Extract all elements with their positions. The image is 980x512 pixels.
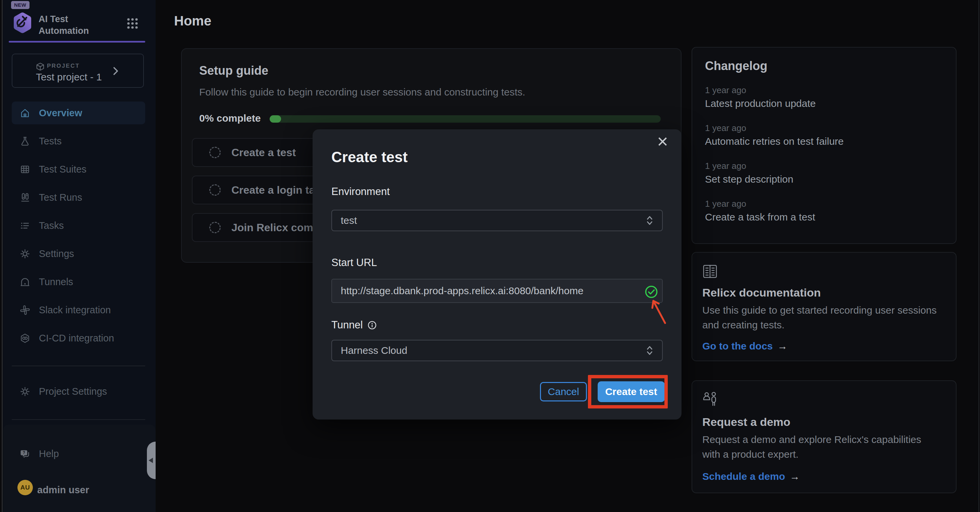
changelog-entry: Create a task from a test bbox=[705, 211, 815, 223]
sidebar-item-label: CI-CD integration bbox=[39, 333, 114, 344]
sidebar-item-test-runs[interactable]: Test Runs bbox=[12, 186, 145, 209]
project-cube-icon bbox=[36, 62, 45, 71]
sidebar-item-help[interactable]: ? Help bbox=[12, 442, 145, 465]
incomplete-step-icon bbox=[209, 184, 221, 196]
gear-icon bbox=[20, 249, 30, 259]
documentation-title: Relicx documentation bbox=[702, 286, 821, 299]
page-title: Home bbox=[174, 13, 211, 29]
project-selector[interactable]: PROJECT Test project - 1 bbox=[12, 54, 144, 88]
cancel-button[interactable]: Cancel bbox=[540, 382, 587, 401]
sidebar-item-label: Project Settings bbox=[39, 386, 107, 397]
sidebar-item-label: Settings bbox=[39, 248, 74, 259]
sidebar-item-slack-integration[interactable]: Slack integration bbox=[12, 298, 145, 321]
sidebar-item-label: Tests bbox=[39, 136, 62, 147]
setup-guide-description: Follow this guide to begin recording use… bbox=[199, 86, 525, 98]
environment-label: Environment bbox=[331, 185, 390, 198]
link-label: Schedule a demo bbox=[702, 471, 785, 482]
tunnel-label-text: Tunnel bbox=[331, 319, 363, 331]
sidebar-item-label: Slack integration bbox=[39, 304, 111, 315]
select-value: test bbox=[341, 215, 357, 226]
select-chevrons-icon bbox=[646, 215, 653, 226]
changelog-time: 1 year ago bbox=[705, 123, 746, 133]
task-list-icon bbox=[20, 220, 30, 231]
new-badge: NEW bbox=[11, 1, 30, 9]
link-label: Go to the docs bbox=[702, 341, 773, 352]
changelog-entry: Set step description bbox=[705, 174, 793, 185]
sidebar-item-tunnels[interactable]: Tunnels bbox=[12, 270, 145, 293]
sidebar-item-label: Overview bbox=[39, 108, 82, 119]
highlight-rectangle-annotation bbox=[588, 375, 668, 409]
sidebar-bottom-panel bbox=[3, 425, 156, 512]
setup-guide-title: Setup guide bbox=[199, 63, 268, 78]
sidebar-item-tests[interactable]: Tests bbox=[12, 130, 145, 152]
window-right-edge bbox=[978, 0, 979, 512]
documentation-description: Use this guide to get started recording … bbox=[702, 303, 939, 332]
arrow-annotation bbox=[647, 297, 670, 326]
setup-step-label: Create a test bbox=[231, 146, 296, 159]
tunnel-label: Tunnel bbox=[331, 319, 377, 331]
help-chat-icon: ? bbox=[20, 449, 30, 459]
close-icon[interactable]: × bbox=[657, 132, 668, 151]
table-grid-icon bbox=[20, 164, 30, 174]
sidebar-item-settings[interactable]: Settings bbox=[12, 242, 145, 265]
incomplete-step-icon bbox=[209, 222, 221, 233]
avatar[interactable]: AU bbox=[18, 480, 33, 495]
environment-select[interactable]: test bbox=[331, 210, 663, 231]
changelog-card: Changelog 1 year ago Latest production u… bbox=[692, 47, 956, 244]
cicd-hexagon-link-icon bbox=[20, 333, 30, 344]
svg-text:?: ? bbox=[23, 450, 25, 455]
changelog-time: 1 year ago bbox=[705, 161, 746, 171]
select-chevrons-icon bbox=[646, 345, 653, 356]
home-icon bbox=[20, 108, 30, 118]
chevron-right-icon bbox=[112, 66, 119, 76]
documentation-card: Relicx documentation Use this guide to g… bbox=[692, 252, 956, 361]
sidebar-item-tasks[interactable]: Tasks bbox=[12, 214, 145, 237]
start-url-input[interactable] bbox=[331, 279, 663, 303]
sidebar-item-project-settings[interactable]: Project Settings bbox=[12, 380, 145, 403]
project-label: PROJECT bbox=[47, 63, 80, 69]
sidebar-collapse-handle[interactable] bbox=[147, 442, 156, 479]
app-title: AI Test Automation bbox=[38, 13, 106, 37]
chevron-left-icon bbox=[149, 458, 153, 463]
users-icon bbox=[702, 391, 718, 408]
slack-icon bbox=[20, 305, 30, 315]
user-name[interactable]: admin user bbox=[37, 485, 89, 496]
apps-grid-icon[interactable] bbox=[126, 17, 138, 30]
start-url-label: Start URL bbox=[331, 257, 377, 269]
sidebar-item-label: Test Runs bbox=[39, 192, 82, 203]
changelog-title: Changelog bbox=[705, 59, 767, 73]
tunnel-select[interactable]: Harness Cloud bbox=[331, 340, 663, 361]
sidebar-item-label: Test Suites bbox=[39, 164, 86, 175]
changelog-time: 1 year ago bbox=[705, 85, 746, 95]
changelog-time: 1 year ago bbox=[705, 199, 746, 209]
request-demo-description: Request a demo and explore Relicx's capa… bbox=[702, 432, 939, 462]
brand-underline bbox=[9, 41, 145, 43]
gear-icon bbox=[20, 386, 30, 397]
schedule-demo-link[interactable]: Schedule a demo → bbox=[702, 471, 800, 482]
sidebar-item-test-suites[interactable]: Test Suites bbox=[12, 158, 145, 181]
changelog-entry: Automatic retries on test failure bbox=[705, 136, 844, 147]
sidebar-item-label: Tunnels bbox=[39, 276, 73, 287]
sidebar-item-overview[interactable]: Overview bbox=[12, 101, 145, 124]
flask-icon bbox=[20, 136, 30, 146]
sidebar-divider bbox=[12, 419, 145, 420]
go-to-docs-link[interactable]: Go to the docs → bbox=[702, 341, 788, 352]
app-logo-icon bbox=[13, 12, 32, 33]
book-icon bbox=[702, 264, 718, 279]
sidebar-item-cicd-integration[interactable]: CI-CD integration bbox=[12, 327, 145, 349]
sidebar-item-label: Tasks bbox=[39, 220, 64, 231]
sidebar-divider bbox=[12, 366, 145, 366]
arrow-right-icon: → bbox=[778, 341, 788, 352]
select-value: Harness Cloud bbox=[341, 345, 407, 356]
sidebar-item-label: Help bbox=[39, 449, 59, 460]
info-icon[interactable] bbox=[368, 321, 377, 330]
progress-fill bbox=[270, 115, 281, 123]
progress-label: 0% complete bbox=[199, 113, 261, 124]
request-demo-title: Request a demo bbox=[702, 415, 791, 428]
progress-bar bbox=[270, 115, 661, 123]
test-runs-icon bbox=[20, 192, 30, 203]
project-name: Test project - 1 bbox=[36, 71, 102, 83]
changelog-entry: Latest production update bbox=[705, 98, 816, 109]
sidebar: NEW AI Test Automation bbox=[3, 0, 156, 512]
modal-title: Create test bbox=[331, 149, 407, 165]
